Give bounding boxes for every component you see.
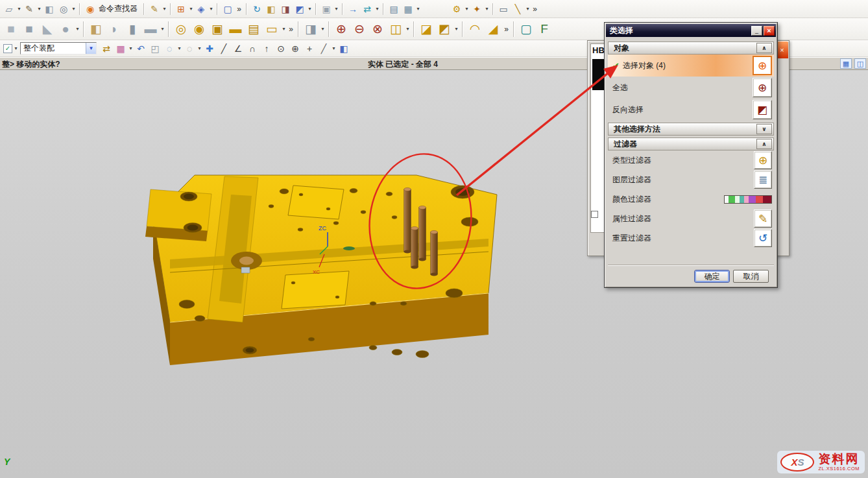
caret-icon[interactable]: ▾ — [160, 26, 165, 32]
wrench-icon[interactable]: ⚙ — [450, 3, 463, 16]
arc-tool-icon[interactable]: ∩ — [246, 42, 259, 55]
side-panel-icon[interactable]: ◫ — [854, 58, 866, 69]
caret-icon[interactable]: ▾ — [208, 6, 214, 12]
plate-icon[interactable]: ▬ — [142, 21, 159, 38]
edge-blend-icon[interactable]: ◠ — [466, 21, 483, 38]
close-button[interactable]: × — [764, 26, 775, 36]
row-icon-button[interactable]: ⊕ — [754, 151, 772, 169]
express-tool-icon[interactable]: ✦ — [470, 3, 483, 16]
more-icon[interactable]: » — [531, 5, 539, 14]
dome-icon[interactable]: ◗ — [106, 21, 123, 38]
caret-icon[interactable]: ▾ — [374, 6, 380, 12]
datum-csys-icon[interactable]: ◧ — [337, 42, 350, 55]
caret-icon[interactable]: ▾ — [281, 26, 287, 32]
slot-feature-icon[interactable]: ▭ — [263, 21, 280, 38]
sphere-primitive-icon[interactable]: ● — [57, 21, 74, 38]
snap-point-icon[interactable]: ◌ — [183, 42, 196, 55]
invert-selection-row[interactable]: 反向选择 ◩ — [608, 99, 774, 121]
extrude-body-icon[interactable]: ◨ — [302, 21, 319, 38]
caret-icon[interactable]: ▾ — [331, 45, 337, 51]
caret-icon[interactable]: ▾ — [128, 45, 134, 51]
more-icon[interactable]: » — [502, 25, 511, 34]
pad-feature-icon[interactable]: ▬ — [227, 21, 244, 38]
tile-windows-icon[interactable]: ▦ — [840, 58, 852, 69]
analysis-line-icon[interactable]: ╲ — [511, 3, 524, 16]
command-finder-icon[interactable]: ◉ — [84, 3, 97, 16]
text-feature-icon[interactable]: F — [536, 21, 553, 38]
section-header-filter[interactable]: 过滤器 ∧ — [608, 137, 774, 150]
caret-icon[interactable]: ▾ — [415, 6, 421, 12]
select-objects-row[interactable]: ✔ 选择对象 (4) ⊕ — [608, 54, 774, 77]
more-icon[interactable]: » — [287, 25, 295, 34]
line-tool-icon[interactable]: ╱ — [217, 42, 230, 55]
display-cube-icon[interactable]: ▢ — [221, 3, 234, 16]
reset-filter-row[interactable]: 重置过滤器 ↺ — [608, 228, 774, 248]
rotate-view-icon[interactable]: ↻ — [250, 3, 263, 16]
sketch-icon[interactable]: ✎ — [23, 3, 36, 16]
vector-tool-icon[interactable]: ↑ — [260, 42, 273, 55]
more-icon[interactable]: » — [235, 5, 243, 14]
emboss-feature-icon[interactable]: ▤ — [245, 21, 262, 38]
caret-icon[interactable]: ▾ — [16, 6, 22, 12]
trim-body-icon[interactable]: ◪ — [418, 21, 435, 38]
dialog-titlebar[interactable]: 类选择 _ × — [606, 24, 776, 37]
row-icon-button[interactable]: ◩ — [753, 100, 772, 119]
chevron-up-icon[interactable]: ∧ — [756, 139, 772, 149]
annotation-pencil-icon[interactable]: ✎ — [148, 3, 161, 16]
caret-icon[interactable]: ▾ — [197, 45, 202, 51]
wireframe-view-icon[interactable]: ◨ — [279, 3, 292, 16]
chamfer-icon[interactable]: ◢ — [485, 21, 501, 38]
caret-icon[interactable]: ▾ — [162, 6, 167, 12]
caret-icon[interactable]: ▾ — [525, 6, 531, 12]
layer-grid-icon[interactable]: ▦ — [114, 42, 127, 55]
assembly-constraints-icon[interactable]: ⇄ — [361, 3, 374, 16]
cone-primitive-icon[interactable]: ◣ — [39, 21, 56, 38]
sew-icon[interactable]: ◫ — [387, 21, 404, 38]
row-icon-button[interactable]: ≣ — [754, 171, 772, 189]
caret-icon[interactable]: ▾ — [75, 26, 80, 32]
caret-icon[interactable]: ▾ — [320, 26, 326, 32]
mold-plate-model[interactable] — [145, 175, 497, 365]
cylinder-primitive-icon[interactable]: ■ — [21, 21, 38, 38]
datum-block-icon[interactable]: ◧ — [88, 21, 104, 38]
command-finder-label[interactable]: 命令查找器 — [97, 3, 141, 14]
row-icon-button[interactable]: ⊕ — [753, 78, 772, 97]
chevron-up-icon[interactable]: ∧ — [756, 43, 772, 53]
selection-scope-checkbox[interactable]: ✓ — [3, 44, 12, 53]
shaded-view-icon[interactable]: ◧ — [265, 3, 278, 16]
row-icon-button[interactable]: ⊕ — [753, 56, 772, 75]
hole-icon[interactable]: ◎ — [57, 3, 70, 16]
caret-icon[interactable]: ▾ — [36, 6, 42, 12]
snapshot-icon[interactable]: ▣ — [320, 3, 333, 16]
color-filter-row[interactable]: 颜色过滤器 — [608, 189, 774, 209]
minimize-button[interactable]: _ — [751, 26, 762, 36]
row-icon-button[interactable]: ✎ — [754, 209, 772, 228]
move-component-icon[interactable]: → — [346, 3, 359, 16]
rib-icon[interactable]: ▮ — [124, 21, 141, 38]
boss-feature-icon[interactable]: ◉ — [191, 21, 208, 38]
cancel-button[interactable]: 取消 — [733, 270, 769, 283]
color-strip-button[interactable] — [724, 195, 772, 204]
caret-icon[interactable]: ▾ — [13, 45, 19, 51]
show-result-icon[interactable]: ◰ — [149, 42, 162, 55]
caret-icon[interactable]: ▾ — [464, 6, 470, 12]
chevron-down-icon[interactable]: ▼ — [86, 43, 96, 54]
unite-boolean-icon[interactable]: ⊕ — [333, 21, 350, 38]
ok-button[interactable]: 确定 — [694, 270, 730, 283]
caret-icon[interactable]: ▾ — [405, 26, 411, 32]
measure-icon[interactable]: ▭ — [497, 3, 510, 16]
block-primitive-icon[interactable]: ■ — [3, 21, 19, 38]
orient-view-icon[interactable]: ◩ — [293, 3, 306, 16]
plus-tool-icon[interactable]: + — [303, 42, 316, 55]
caret-icon[interactable]: ▾ — [176, 45, 182, 51]
caret-icon[interactable]: ▾ — [71, 6, 77, 12]
chevron-down-icon[interactable]: ∨ — [756, 124, 772, 134]
assembly-scope-select[interactable]: 整个装配 ▼ — [20, 42, 97, 54]
pocket-feature-icon[interactable]: ▣ — [209, 21, 226, 38]
point-tool-icon[interactable]: ⊕ — [289, 42, 302, 55]
caret-icon[interactable]: ▾ — [453, 26, 459, 32]
row-icon-button[interactable]: ↺ — [754, 229, 772, 247]
extrude-icon[interactable]: ◧ — [43, 3, 56, 16]
part-navigator-icon[interactable]: ▤ — [387, 3, 400, 16]
undo-icon[interactable]: ↶ — [134, 42, 147, 55]
